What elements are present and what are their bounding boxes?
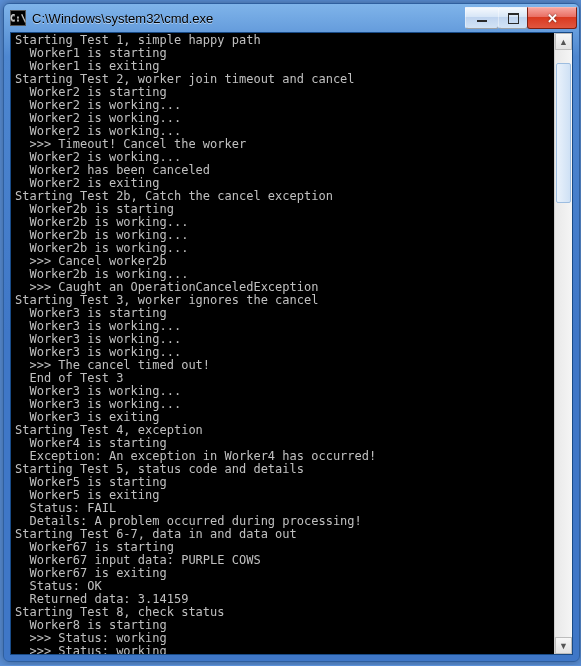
vertical-scrollbar[interactable]: ▲ ▼ <box>554 33 572 654</box>
window-controls: ✕ <box>466 7 577 29</box>
scroll-thumb[interactable] <box>556 63 571 203</box>
minimize-icon <box>477 20 487 22</box>
scroll-up-button[interactable]: ▲ <box>555 33 572 50</box>
command-prompt-window: C:\ C:\Windows\system32\cmd.exe ✕ Starti… <box>3 3 580 662</box>
client-area: Starting Test 1, simple happy path Worke… <box>10 32 573 655</box>
window-title: C:\Windows\system32\cmd.exe <box>32 11 466 26</box>
cmd-icon: C:\ <box>10 10 26 26</box>
minimize-button[interactable] <box>465 7 499 29</box>
close-button[interactable]: ✕ <box>527 7 577 29</box>
maximize-button[interactable] <box>498 7 528 29</box>
titlebar[interactable]: C:\ C:\Windows\system32\cmd.exe ✕ <box>4 4 579 32</box>
console-output[interactable]: Starting Test 1, simple happy path Worke… <box>11 33 572 654</box>
scroll-down-button[interactable]: ▼ <box>555 637 572 654</box>
close-icon: ✕ <box>547 11 558 26</box>
maximize-icon <box>508 13 519 24</box>
